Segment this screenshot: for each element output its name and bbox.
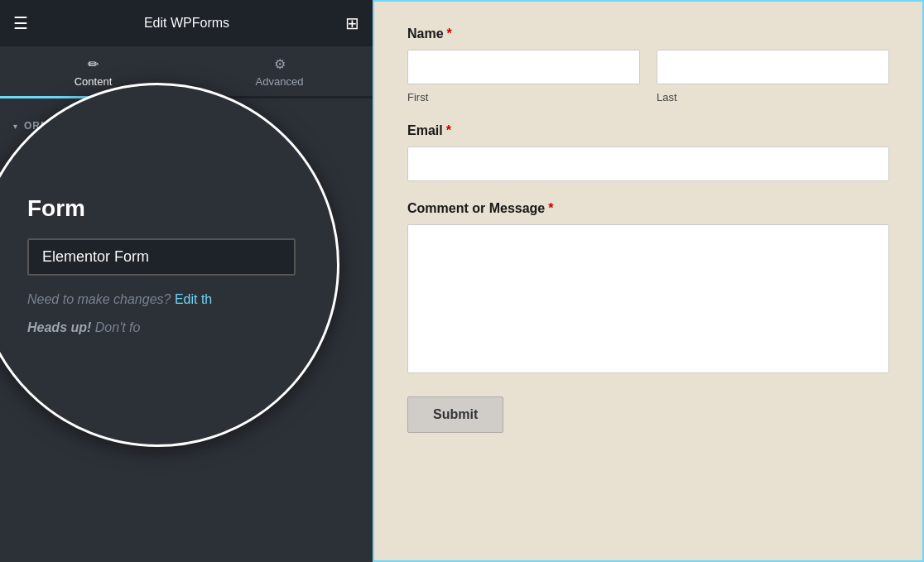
- topbar-title: Edit WPForms: [144, 16, 229, 31]
- message-label-text: Comment or Message: [407, 201, 545, 216]
- top-bar: ☰ Edit WPForms ⊞: [0, 0, 373, 46]
- circle-warning-text: Don't fo: [91, 320, 140, 334]
- email-field-group: Email *: [407, 123, 889, 181]
- advanced-tab-label: Advanced: [256, 75, 304, 88]
- name-field-group: Name * First Last: [407, 26, 889, 103]
- name-row: First Last: [407, 50, 889, 103]
- grid-icon[interactable]: ⊞: [345, 13, 359, 33]
- left-panel: ☰ Edit WPForms ⊞ ✏ Content ⚙ Advanced ▾ …: [0, 0, 373, 562]
- message-label: Comment or Message *: [407, 201, 889, 216]
- circle-hint-static: Need to make changes?: [27, 292, 175, 306]
- first-name-sublabel: First: [407, 91, 640, 103]
- circle-warning: Heads up! Don't fo: [27, 320, 140, 335]
- first-name-field: First: [407, 50, 640, 103]
- circle-form-name-input[interactable]: [27, 238, 296, 276]
- circle-hint-link[interactable]: Edit th: [175, 292, 212, 306]
- right-panel: Name * First Last Email * Comment or Mes…: [373, 0, 924, 562]
- last-name-input[interactable]: [657, 50, 889, 84]
- last-name-sublabel: Last: [657, 91, 889, 103]
- email-input[interactable]: [407, 147, 889, 181]
- content-tab-label: Content: [75, 75, 113, 88]
- tab-advanced[interactable]: ⚙ Advanced: [186, 46, 373, 96]
- name-label: Name *: [407, 26, 889, 41]
- content-tab-icon: ✏: [88, 56, 99, 72]
- message-field-group: Comment or Message *: [407, 201, 889, 377]
- name-required-star: *: [447, 26, 452, 41]
- first-name-input[interactable]: [407, 50, 640, 84]
- name-label-text: Name: [407, 26, 444, 41]
- section-arrow: ▾: [13, 122, 17, 131]
- circle-warning-bold: Heads up!: [27, 320, 91, 334]
- email-label: Email *: [407, 123, 889, 138]
- circle-form-label: Form: [27, 195, 85, 222]
- email-required-star: *: [446, 123, 451, 138]
- last-name-field: Last: [657, 50, 889, 103]
- advanced-tab-icon: ⚙: [274, 56, 286, 72]
- message-textarea[interactable]: [407, 224, 889, 373]
- email-label-text: Email: [407, 123, 443, 138]
- submit-button[interactable]: Submit: [407, 396, 503, 433]
- message-required-star: *: [548, 201, 553, 216]
- submit-group: Submit: [407, 396, 889, 433]
- circle-hint-text: Need to make changes? Edit th: [27, 292, 212, 307]
- hamburger-icon[interactable]: ☰: [13, 13, 28, 33]
